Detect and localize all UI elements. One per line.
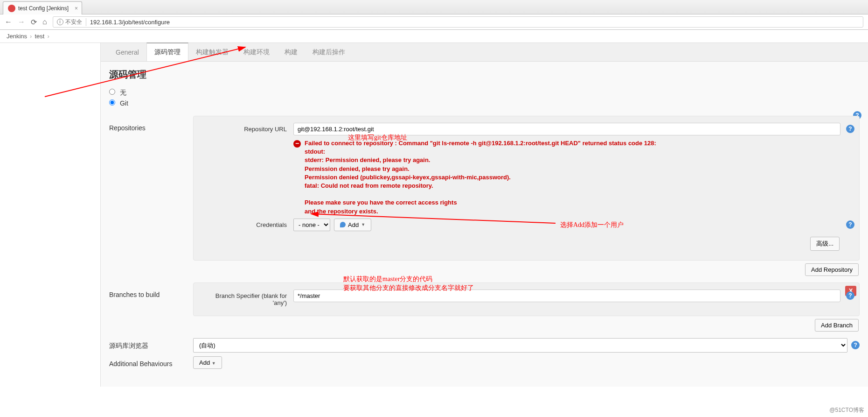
add-credentials-button[interactable]: Add ▼ bbox=[334, 219, 371, 231]
branch-spec-input[interactable] bbox=[293, 290, 840, 302]
tab-build[interactable]: 构建 bbox=[277, 43, 305, 61]
repo-browser-select[interactable]: (自动) bbox=[193, 338, 847, 353]
insecure-label: 不安全 bbox=[65, 18, 82, 26]
jenkins-favicon bbox=[8, 5, 15, 12]
repo-error-message: Failed to connect to repository : Comman… bbox=[305, 139, 656, 216]
advanced-button[interactable]: 高级... bbox=[810, 237, 840, 251]
reload-icon[interactable]: ⟳ bbox=[31, 18, 37, 27]
repo-url-label: Repository URL bbox=[200, 123, 293, 133]
tab-post[interactable]: 构建后操作 bbox=[305, 43, 353, 61]
scm-none-radio[interactable] bbox=[109, 89, 115, 95]
key-icon bbox=[340, 222, 346, 227]
credentials-label: Credentials bbox=[200, 219, 293, 228]
scm-none-option[interactable]: 无 bbox=[109, 89, 860, 97]
browser-tab[interactable]: test Config [Jenkins] × bbox=[3, 1, 82, 14]
section-title: 源码管理 bbox=[101, 62, 868, 84]
tab-scm[interactable]: 源码管理 bbox=[146, 42, 188, 61]
insecure-badge: i 不安全 bbox=[57, 18, 86, 26]
url-text: 192.168.1.3/job/test/configure bbox=[90, 19, 170, 26]
crumb-jenkins[interactable]: Jenkins bbox=[7, 33, 27, 40]
add-behaviour-label: Add bbox=[199, 359, 210, 366]
add-repository-button[interactable]: Add Repository bbox=[805, 263, 859, 276]
add-behaviour-button[interactable]: Add ▼ bbox=[193, 356, 222, 369]
credentials-select[interactable]: - none - bbox=[293, 219, 330, 231]
tab-general[interactable]: General bbox=[108, 44, 146, 61]
branches-label: Branches to build bbox=[109, 283, 184, 298]
home-icon[interactable]: ⌂ bbox=[42, 18, 47, 26]
scm-none-label: 无 bbox=[120, 89, 126, 96]
branch-spec-label: Branch Specifier (blank for 'any') bbox=[200, 290, 293, 306]
repo-url-input[interactable] bbox=[293, 123, 840, 135]
chevron-down-icon: ▼ bbox=[361, 222, 365, 227]
left-sidebar bbox=[0, 43, 100, 387]
close-icon[interactable]: × bbox=[75, 5, 78, 12]
branches-block: X Branch Specifier (blank for 'any') ? bbox=[193, 283, 860, 316]
add-branch-button[interactable]: Add Branch bbox=[815, 319, 859, 332]
main-content: General 源码管理 构建触发器 构建环境 构建 构建后操作 源码管理 无 … bbox=[100, 43, 868, 387]
config-tabs: General 源码管理 构建触发器 构建环境 构建 构建后操作 bbox=[101, 43, 868, 62]
scm-git-radio[interactable] bbox=[109, 99, 115, 106]
browser-toolbar: ← → ⟳ ⌂ i 不安全 192.168.1.3/job/test/confi… bbox=[0, 14, 868, 30]
forward-icon: → bbox=[18, 18, 25, 26]
chevron-right-icon: › bbox=[47, 33, 49, 40]
scm-git-option[interactable]: Git bbox=[109, 99, 860, 107]
crumb-test[interactable]: test bbox=[35, 33, 44, 40]
repo-browser-label: 源码库浏览器 bbox=[109, 338, 184, 350]
chevron-right-icon: › bbox=[30, 33, 32, 40]
additional-label: Additional Behaviours bbox=[109, 356, 184, 368]
browser-tab-strip: test Config [Jenkins] × bbox=[0, 0, 868, 14]
help-icon[interactable]: ? bbox=[846, 220, 854, 229]
info-icon: i bbox=[57, 19, 63, 25]
back-icon[interactable]: ← bbox=[5, 18, 12, 26]
browser-tab-title: test Config [Jenkins] bbox=[18, 5, 69, 12]
address-bar[interactable]: i 不安全 192.168.1.3/job/test/configure bbox=[53, 16, 863, 28]
tab-env[interactable]: 构建环境 bbox=[236, 43, 277, 61]
tab-triggers[interactable]: 构建触发器 bbox=[188, 43, 236, 61]
breadcrumb: Jenkins › test › bbox=[0, 30, 868, 43]
chevron-down-icon: ▼ bbox=[212, 361, 216, 366]
scm-git-label: Git bbox=[120, 99, 128, 107]
help-icon[interactable]: ? bbox=[846, 291, 854, 300]
repository-block: Repository URL ? − Failed to connect to … bbox=[193, 116, 860, 261]
help-icon[interactable]: ? bbox=[846, 125, 854, 133]
add-credentials-label: Add bbox=[348, 221, 359, 228]
help-icon[interactable]: ? bbox=[851, 341, 860, 349]
repositories-label: Repositories bbox=[109, 116, 184, 132]
error-icon: − bbox=[293, 140, 301, 148]
